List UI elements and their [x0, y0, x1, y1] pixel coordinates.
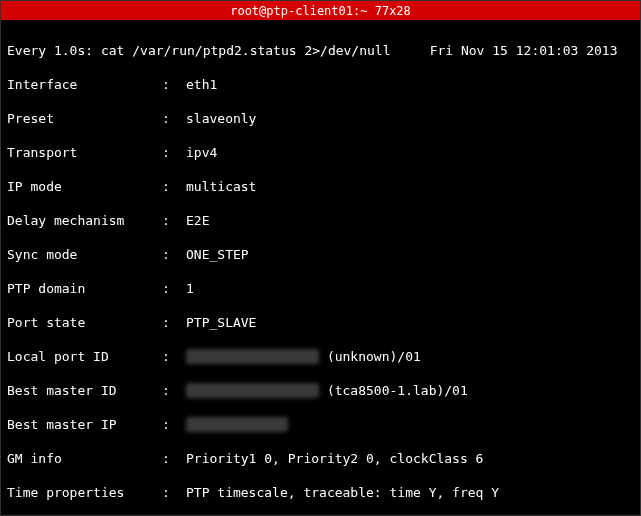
field-value: eth1 — [186, 77, 217, 92]
watch-header: Every 1.0s: cat /var/run/ptpd2.status 2>… — [7, 43, 618, 58]
field-label: Transport — [7, 144, 162, 161]
status-row: Sync mode:ONE_STEP — [7, 246, 634, 263]
status-row: Time properties:PTP timescale, traceable… — [7, 484, 634, 501]
colon: : — [162, 484, 186, 501]
field-value: slaveonly — [186, 111, 256, 126]
status-row: PTP domain:1 — [7, 280, 634, 297]
field-label: PTP domain — [7, 280, 162, 297]
field-label: Best master ID — [7, 382, 162, 399]
field-value: E2E — [186, 213, 209, 228]
field-label: Local port ID — [7, 348, 162, 365]
status-row: Interface:eth1 — [7, 76, 634, 93]
field-suffix: (unknown)/01 — [327, 349, 421, 364]
terminal-content: Every 1.0s: cat /var/run/ptpd2.status 2>… — [1, 21, 640, 516]
field-label: Sync mode — [7, 246, 162, 263]
colon: : — [162, 212, 186, 229]
field-value: ipv4 — [186, 145, 217, 160]
watch-command: Every 1.0s: cat /var/run/ptpd2.status 2>… — [7, 43, 391, 58]
field-label: Delay mechanism — [7, 212, 162, 229]
field-label: Interface — [7, 76, 162, 93]
status-row: Transport:ipv4 — [7, 144, 634, 161]
status-row: IP mode:multicast — [7, 178, 634, 195]
colon: : — [162, 76, 186, 93]
colon: : — [162, 144, 186, 161]
colon: : — [162, 416, 186, 433]
field-label: Best master IP — [7, 416, 162, 433]
field-value: PTP timescale, traceable: time Y, freq Y — [186, 485, 499, 500]
field-label: IP mode — [7, 178, 162, 195]
status-row: Port state:PTP_SLAVE — [7, 314, 634, 331]
field-value: PTP_SLAVE — [186, 315, 256, 330]
terminal-window: root@ptp-client01:~ 77x28 Every 1.0s: ca… — [0, 0, 641, 516]
field-value: 1 — [186, 281, 194, 296]
field-label: Port state — [7, 314, 162, 331]
colon: : — [162, 110, 186, 127]
redacted-id: xxxxxxxxxxxxxxxxx — [186, 349, 319, 364]
status-row: Delay mechanism:E2E — [7, 212, 634, 229]
field-label: Preset — [7, 110, 162, 127]
status-row: Best master ID:xxxxxxxxxxxxxxxxx (tca850… — [7, 382, 634, 399]
colon: : — [162, 382, 186, 399]
colon: : — [162, 246, 186, 263]
field-value: ONE_STEP — [186, 247, 249, 262]
colon: : — [162, 280, 186, 297]
redacted-ip: xxx.xx.xxx.xx — [186, 417, 288, 432]
titlebar[interactable]: root@ptp-client01:~ 77x28 — [1, 1, 640, 21]
colon: : — [162, 178, 186, 195]
field-value: Priority1 0, Priority2 0, clockClass 6 — [186, 451, 483, 466]
status-row: Local port ID:xxxxxxxxxxxxxxxxx (unknown… — [7, 348, 634, 365]
colon: : — [162, 450, 186, 467]
watch-timestamp: Fri Nov 15 12:01:03 2013 — [430, 43, 618, 58]
field-value: multicast — [186, 179, 256, 194]
colon: : — [162, 314, 186, 331]
status-row: Best master IP:xxx.xx.xxx.xx — [7, 416, 634, 433]
field-suffix: (tca8500-1.lab)/01 — [327, 383, 468, 398]
status-row: Preset:slaveonly — [7, 110, 634, 127]
field-label: Time properties — [7, 484, 162, 501]
field-label: GM info — [7, 450, 162, 467]
status-row: GM info:Priority1 0, Priority2 0, clockC… — [7, 450, 634, 467]
colon: : — [162, 348, 186, 365]
redacted-id: xxxxxxxxxxxxxxxxx — [186, 383, 319, 398]
